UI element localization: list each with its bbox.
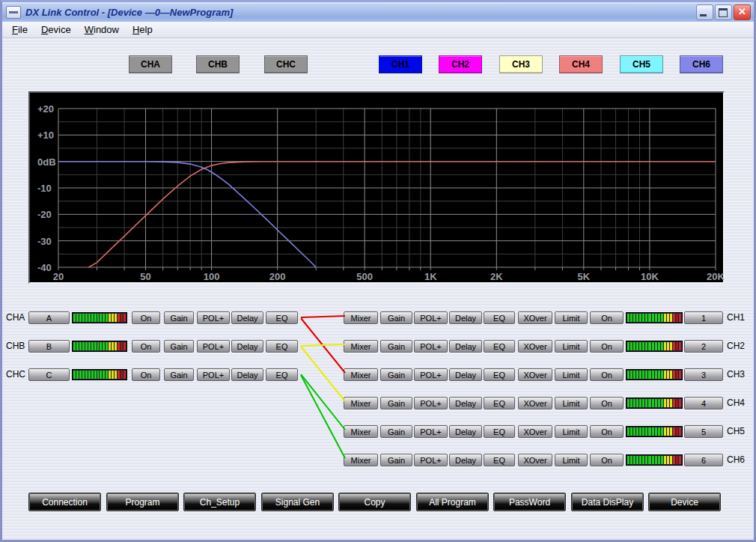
ch4-delay-button[interactable]: Delay	[449, 397, 482, 409]
meter-segment	[639, 399, 641, 407]
window-title: DX Link Control - [Device —0—NewProgram]	[25, 7, 696, 18]
ch5-number-button[interactable]: 5	[684, 425, 723, 438]
ch4-number-button[interactable]: 4	[684, 397, 723, 409]
channel-button-ch5[interactable]: CH5	[620, 55, 663, 73]
crossover-curves-plot: +20+100dB-10-20-30-4020501002005001K2K5K…	[30, 93, 723, 282]
ch4-eq-button[interactable]: EQ	[484, 397, 515, 409]
meter-segment	[655, 399, 657, 407]
ch3-on-button[interactable]: On	[590, 368, 624, 381]
ch2-pol-button[interactable]: POL+	[414, 340, 448, 353]
ch3-eq-button[interactable]: EQ	[484, 368, 515, 381]
output-row-ch1: MixerGainPOL+DelayEQXOverLimitOn1CH1	[2, 311, 754, 324]
meter-segment	[664, 399, 666, 407]
ch1-pol-button[interactable]: POL+	[414, 311, 448, 324]
ch5-level-meter	[626, 426, 683, 437]
minimize-button[interactable]	[696, 4, 713, 20]
ch2-gain-button[interactable]: Gain	[380, 340, 412, 353]
copy-button[interactable]: Copy	[338, 493, 411, 511]
meter-segment	[670, 371, 672, 379]
channel-button-chc[interactable]: CHC	[264, 55, 308, 73]
ch1-gain-button[interactable]: Gain	[380, 311, 412, 324]
ch6-delay-button[interactable]: Delay	[449, 454, 482, 466]
ch2-number-button[interactable]: 2	[684, 340, 723, 353]
ch3-number-button[interactable]: 3	[684, 368, 723, 381]
routing-line-chc-ch6	[301, 375, 345, 458]
meter-segment	[645, 314, 647, 322]
menu-help[interactable]: Help	[126, 22, 159, 37]
ch3-limit-button[interactable]: Limit	[555, 368, 588, 381]
channel-button-ch3[interactable]: CH3	[499, 55, 543, 73]
channel-button-cha[interactable]: CHA	[129, 55, 172, 73]
y-tick-label: -10	[37, 183, 52, 194]
ch5-xover-button[interactable]: XOver	[518, 425, 552, 438]
ch2-limit-button[interactable]: Limit	[555, 340, 588, 353]
channel-button-ch2[interactable]: CH2	[439, 55, 482, 73]
meter-segment	[673, 371, 675, 379]
meter-segment	[639, 371, 641, 379]
meter-segment	[636, 342, 638, 350]
ch4-gain-button[interactable]: Gain	[380, 397, 412, 409]
meter-segment	[676, 314, 678, 322]
ch6-number-button[interactable]: 6	[684, 454, 723, 466]
password-button[interactable]: PassWord	[493, 493, 566, 511]
ch2-on-button[interactable]: On	[590, 340, 624, 353]
ch4-limit-button[interactable]: Limit	[555, 397, 588, 409]
ch3-delay-button[interactable]: Delay	[449, 368, 482, 381]
meter-segment	[636, 371, 638, 379]
ch3-pol-button[interactable]: POL+	[414, 368, 448, 381]
connection-button[interactable]: Connection	[28, 493, 101, 511]
x-tick-label: 200	[269, 271, 286, 282]
close-button[interactable]	[734, 4, 751, 20]
ch2-xover-button[interactable]: XOver	[518, 340, 552, 353]
data-display-button[interactable]: Data DisPlay	[571, 493, 644, 511]
routing-line-chb-ch2	[301, 344, 345, 346]
ch6-gain-button[interactable]: Gain	[380, 454, 412, 466]
device-button[interactable]: Device	[648, 493, 721, 511]
ch5-eq-button[interactable]: EQ	[484, 425, 515, 438]
ch6-eq-button[interactable]: EQ	[484, 454, 515, 466]
ch6-xover-button[interactable]: XOver	[518, 454, 552, 466]
ch1-delay-button[interactable]: Delay	[449, 311, 482, 324]
ch1-on-button[interactable]: On	[590, 311, 624, 324]
ch5-delay-button[interactable]: Delay	[449, 425, 482, 438]
system-menu-icon[interactable]	[6, 6, 21, 19]
all-program-button[interactable]: All Program	[416, 493, 489, 511]
ch4-on-button[interactable]: On	[590, 397, 624, 409]
signal-gen-button[interactable]: Signal Gen	[261, 493, 334, 511]
ch3-gain-button[interactable]: Gain	[380, 368, 412, 381]
meter-segment	[658, 427, 660, 436]
ch6-on-button[interactable]: On	[590, 454, 624, 466]
ch5-on-button[interactable]: On	[590, 425, 624, 438]
channel-button-ch6[interactable]: CH6	[680, 55, 723, 73]
ch6-pol-button[interactable]: POL+	[414, 454, 448, 466]
ch6-limit-button[interactable]: Limit	[555, 454, 588, 466]
maximize-button[interactable]	[715, 4, 732, 20]
ch2-eq-button[interactable]: EQ	[484, 340, 515, 353]
meter-segment	[636, 456, 638, 464]
ch4-pol-button[interactable]: POL+	[414, 397, 448, 409]
meter-segment	[655, 427, 657, 436]
channel-button-ch4[interactable]: CH4	[559, 55, 603, 73]
ch3-xover-button[interactable]: XOver	[518, 368, 552, 381]
ch-setup-button[interactable]: Ch_Setup	[183, 493, 256, 511]
channel-button-ch1[interactable]: CH1	[379, 55, 422, 73]
meter-segment	[670, 342, 672, 350]
ch1-limit-button[interactable]: Limit	[555, 311, 588, 324]
ch5-pol-button[interactable]: POL+	[414, 425, 448, 438]
program-button[interactable]: Program	[106, 493, 179, 511]
menu-file[interactable]: File	[5, 22, 34, 37]
menu-window[interactable]: Window	[78, 22, 126, 37]
ch5-gain-button[interactable]: Gain	[380, 425, 412, 438]
channel-button-chb[interactable]: CHB	[196, 55, 240, 73]
meter-segment	[673, 427, 675, 436]
menu-device[interactable]: Device	[34, 22, 78, 37]
ch1-number-button[interactable]: 1	[684, 311, 723, 324]
ch5-limit-button[interactable]: Limit	[555, 425, 588, 438]
ch4-xover-button[interactable]: XOver	[518, 397, 552, 409]
meter-segment	[670, 427, 672, 436]
x-tick-label: 2K	[490, 271, 503, 282]
ch2-delay-button[interactable]: Delay	[449, 340, 482, 353]
ch1-eq-button[interactable]: EQ	[484, 311, 515, 324]
ch1-xover-button[interactable]: XOver	[518, 311, 552, 324]
meter-segment	[633, 427, 635, 436]
